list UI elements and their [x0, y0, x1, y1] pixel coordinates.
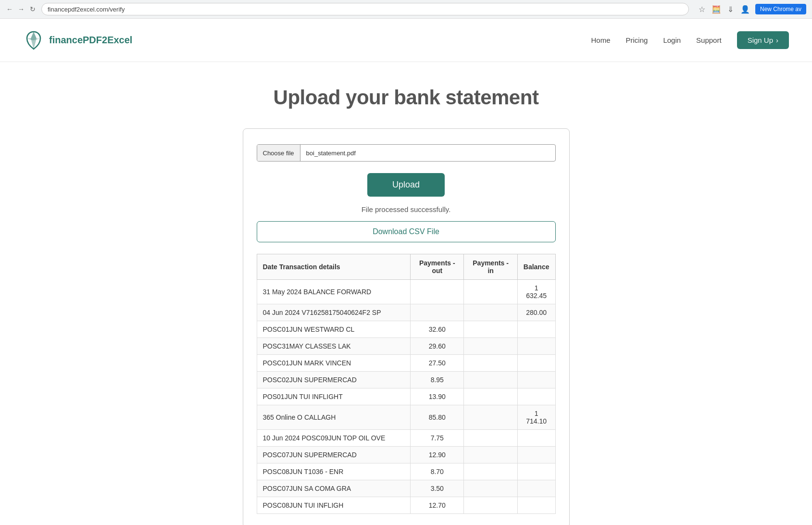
table-row: POSC01JUN WESTWARD CL32.60 — [257, 321, 555, 338]
cell-payout: 29.60 — [411, 338, 464, 355]
cell-payin — [464, 405, 517, 430]
table-row: 31 May 2024 BALANCE FORWARD1 632.45 — [257, 280, 555, 304]
cell-payout — [411, 280, 464, 304]
cell-payout: 8.95 — [411, 372, 464, 388]
cell-payin — [464, 304, 517, 321]
upload-button[interactable]: Upload — [367, 173, 445, 197]
cell-balance — [517, 463, 555, 480]
cell-payin — [464, 372, 517, 388]
cell-payout: 12.90 — [411, 447, 464, 463]
cell-payin — [464, 338, 517, 355]
cell-details: POSC02JUN SUPERMERCAD — [257, 372, 411, 388]
logo-text: financePDF2Excel — [49, 35, 132, 46]
cell-balance — [517, 480, 555, 497]
cell-payin — [464, 355, 517, 372]
cell-balance: 280.00 — [517, 304, 555, 321]
cell-details: POSC01JUN WESTWARD CL — [257, 321, 411, 338]
cell-payin — [464, 497, 517, 514]
table-header-row: Date Transaction details Payments - out … — [257, 254, 555, 280]
nav-support[interactable]: Support — [696, 36, 722, 44]
main-content: Upload your bank statement Choose file b… — [0, 62, 812, 525]
cell-details: POSC08JUN TUI INFLIGH — [257, 497, 411, 514]
cell-payin — [464, 321, 517, 338]
browser-chrome: ← → ↻ financepdf2excel.com/verify ☆ 🧮 ⇓ … — [0, 0, 812, 19]
address-bar[interactable]: financepdf2excel.com/verify — [41, 3, 689, 15]
upload-btn-row: Upload — [257, 173, 556, 197]
new-chrome-button[interactable]: New Chrome av — [755, 4, 806, 14]
table-row: POSC02JUN SUPERMERCAD8.95 — [257, 372, 555, 388]
page-title: Upload your bank statement — [274, 86, 539, 109]
download-icon[interactable]: ⇓ — [726, 5, 735, 13]
data-table: Date Transaction details Payments - out … — [257, 254, 556, 514]
nav-home[interactable]: Home — [591, 36, 611, 44]
cell-balance — [517, 355, 555, 372]
file-name-display: boi_statement.pdf — [300, 150, 555, 157]
cell-payin — [464, 430, 517, 447]
cell-details: POSC08JUN T1036 - ENR — [257, 463, 411, 480]
signup-button[interactable]: Sign Up › — [737, 31, 789, 49]
file-input-row: Choose file boi_statement.pdf — [257, 144, 556, 162]
cell-payout: 7.75 — [411, 430, 464, 447]
choose-file-button[interactable]: Choose file — [257, 145, 300, 161]
cell-details: POSC01JUN MARK VINCEN — [257, 355, 411, 372]
profile-icon[interactable]: 👤 — [741, 5, 750, 13]
cell-details: POSC07JUN SUPERMERCAD — [257, 447, 411, 463]
cell-payout: 27.50 — [411, 355, 464, 372]
download-csv-button[interactable]: Download CSV File — [257, 221, 556, 242]
main-nav: Home Pricing Login Support Sign Up › — [591, 31, 789, 49]
cell-payin — [464, 447, 517, 463]
cell-balance — [517, 321, 555, 338]
cell-balance: 1 632.45 — [517, 280, 555, 304]
col-header-details: Date Transaction details — [257, 254, 411, 280]
cell-payout: 85.80 — [411, 405, 464, 430]
cell-payout: 12.70 — [411, 497, 464, 514]
table-row: 10 Jun 2024 POSC09JUN TOP OIL OVE7.75 — [257, 430, 555, 447]
logo-area[interactable]: financePDF2Excel — [23, 30, 132, 51]
cell-balance — [517, 447, 555, 463]
cell-payin — [464, 388, 517, 405]
cell-payin — [464, 280, 517, 304]
nav-login[interactable]: Login — [663, 36, 681, 44]
star-icon[interactable]: ☆ — [698, 5, 706, 13]
cell-payin — [464, 463, 517, 480]
cell-payout: 32.60 — [411, 321, 464, 338]
reload-button[interactable]: ↻ — [29, 5, 37, 13]
table-row: POSC08JUN TUI INFLIGH12.70 — [257, 497, 555, 514]
table-row: POSC07JUN SA COMA GRA3.50 — [257, 480, 555, 497]
table-row: 365 Online O CALLAGH85.801 714.10 — [257, 405, 555, 430]
cell-balance — [517, 497, 555, 514]
cell-payout: 8.70 — [411, 463, 464, 480]
col-header-payout: Payments - out — [411, 254, 464, 280]
cell-details: 31 May 2024 BALANCE FORWARD — [257, 280, 411, 304]
logo-icon — [23, 30, 44, 51]
table-row: POSC08JUN T1036 - ENR8.70 — [257, 463, 555, 480]
chevron-right-icon: › — [776, 36, 778, 44]
cell-balance — [517, 388, 555, 405]
nav-pricing[interactable]: Pricing — [626, 36, 648, 44]
cell-payout: 3.50 — [411, 480, 464, 497]
cell-payin — [464, 480, 517, 497]
back-button[interactable]: ← — [6, 5, 13, 13]
url-text: financepdf2excel.com/verify — [48, 6, 125, 13]
col-header-payin: Payments - in — [464, 254, 517, 280]
table-row: 04 Jun 2024 V716258175040624F2 SP280.00 — [257, 304, 555, 321]
table-body: 31 May 2024 BALANCE FORWARD1 632.4504 Ju… — [257, 280, 555, 514]
upload-card: Choose file boi_statement.pdf Upload Fil… — [243, 128, 570, 525]
cell-balance: 1 714.10 — [517, 405, 555, 430]
table-row: POSC31MAY CLASSES LAK29.60 — [257, 338, 555, 355]
cell-details: POSC31MAY CLASSES LAK — [257, 338, 411, 355]
success-message: File processed successfully. — [257, 205, 556, 213]
browser-controls: ← → ↻ — [6, 5, 37, 13]
cell-details: 365 Online O CALLAGH — [257, 405, 411, 430]
site-header: financePDF2Excel Home Pricing Login Supp… — [0, 19, 812, 62]
col-header-balance: Balance — [517, 254, 555, 280]
table-row: POSC07JUN SUPERMERCAD12.90 — [257, 447, 555, 463]
cell-balance — [517, 338, 555, 355]
cell-details: 04 Jun 2024 V716258175040624F2 SP — [257, 304, 411, 321]
cell-balance — [517, 430, 555, 447]
forward-button[interactable]: → — [17, 5, 25, 13]
extension-icon[interactable]: 🧮 — [712, 5, 721, 13]
cell-details: POSC07JUN SA COMA GRA — [257, 480, 411, 497]
cell-details: POS01JUN TUI INFLIGHT — [257, 388, 411, 405]
signup-label: Sign Up — [748, 36, 773, 44]
